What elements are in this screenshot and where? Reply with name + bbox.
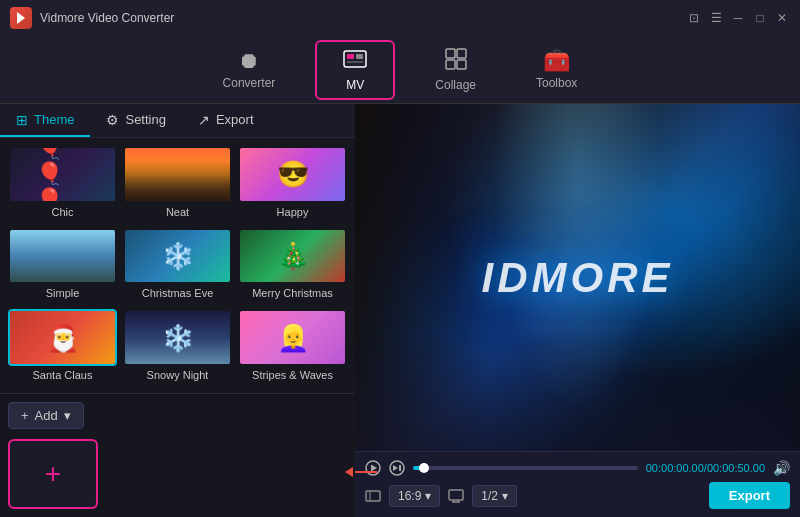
theme-christmas-eve[interactable]: Christmas Eve [123, 228, 232, 304]
theme-merry-christmas[interactable]: Merry Christmas [238, 228, 347, 304]
theme-chic-label: Chic [51, 206, 73, 218]
theme-happy-thumb [240, 148, 345, 201]
aspect-ratio-icon [365, 489, 381, 503]
preview-area: IDMORE [355, 104, 800, 451]
window-controls: ⊡ ☰ ─ □ ✕ [686, 10, 790, 26]
svg-rect-3 [356, 54, 363, 59]
nav-converter[interactable]: ⏺ Converter [203, 44, 296, 96]
toolbox-icon: 🧰 [543, 50, 570, 72]
close-button[interactable]: ✕ [774, 10, 790, 26]
cave-bottom [355, 330, 800, 451]
sub-tabs: ⊞ Theme ⚙ Setting ↗ Export [0, 104, 355, 138]
tab-theme-label: Theme [34, 112, 74, 127]
preview-watermark-text: IDMORE [482, 254, 674, 302]
theme-happy-label: Happy [277, 206, 309, 218]
nav-collage[interactable]: Collage [415, 42, 496, 98]
tab-theme[interactable]: ⊞ Theme [0, 104, 90, 137]
left-panel: ⊞ Theme ⚙ Setting ↗ Export Chic [0, 104, 355, 517]
theme-snowy-label: Snowy Night [147, 369, 209, 381]
page-selector[interactable]: 1/2 ▾ [472, 485, 517, 507]
main-content: ⊞ Theme ⚙ Setting ↗ Export Chic [0, 104, 800, 517]
theme-christmas-eve-thumb [125, 230, 230, 283]
theme-stripes-thumb [240, 311, 345, 364]
svg-rect-7 [446, 60, 455, 69]
add-media-placeholder[interactable]: + [8, 439, 98, 509]
nav-bar: ⏺ Converter MV Collage 🧰 Toolbox [0, 36, 800, 104]
theme-snowy-thumb [125, 311, 230, 364]
collage-icon [445, 48, 467, 74]
tab-setting[interactable]: ⚙ Setting [90, 104, 181, 137]
app-title: Vidmore Video Converter [40, 11, 174, 25]
theme-chic-thumb [10, 148, 115, 201]
progress-bar[interactable] [413, 466, 638, 470]
arrow-line [355, 471, 377, 473]
theme-chic[interactable]: Chic [8, 146, 117, 222]
app-logo [10, 7, 32, 29]
theme-neat[interactable]: Neat [123, 146, 232, 222]
tab-export-label: Export [216, 112, 254, 127]
setting-tab-icon: ⚙ [106, 112, 119, 128]
theme-merry-christmas-thumb [240, 230, 345, 283]
svg-marker-12 [393, 465, 398, 471]
theme-snowy-night[interactable]: Snowy Night [123, 309, 232, 385]
monitor-icon [448, 489, 464, 503]
add-media-area: + Add ▾ + [8, 402, 347, 509]
nav-converter-label: Converter [223, 76, 276, 90]
arrow-head [345, 467, 353, 477]
theme-santa-label: Santa Claus [33, 369, 93, 381]
theme-santa-claus[interactable]: Santa Claus [8, 309, 117, 385]
theme-simple-thumb [10, 230, 115, 283]
volume-button[interactable]: 🔊 [773, 460, 790, 476]
page-chevron-icon: ▾ [502, 489, 508, 503]
theme-happy[interactable]: Happy [238, 146, 347, 222]
svg-rect-13 [399, 465, 401, 471]
minimize-button[interactable]: ─ [730, 10, 746, 26]
ratio-value: 16:9 [398, 489, 421, 503]
converter-icon: ⏺ [238, 50, 260, 72]
nav-toolbox-label: Toolbox [536, 76, 577, 90]
add-chevron-icon: ▾ [64, 408, 71, 423]
svg-rect-6 [457, 49, 466, 58]
chat-icon[interactable]: ⊡ [686, 10, 702, 26]
svg-rect-16 [449, 490, 463, 500]
export-tab-icon: ↗ [198, 112, 210, 128]
nav-mv[interactable]: MV [315, 40, 395, 100]
maximize-button[interactable]: □ [752, 10, 768, 26]
add-label: Add [35, 408, 58, 423]
theme-stripes-waves[interactable]: Stripes & Waves [238, 309, 347, 385]
svg-marker-0 [17, 12, 25, 24]
mv-icon [343, 48, 367, 74]
add-plus-icon: + [21, 408, 29, 423]
nav-mv-label: MV [346, 78, 364, 92]
svg-rect-5 [446, 49, 455, 58]
controls-row2: 16:9 ▾ 1/2 ▾ [365, 482, 790, 509]
theme-stripes-label: Stripes & Waves [252, 369, 333, 381]
theme-simple[interactable]: Simple [8, 228, 117, 304]
skip-button[interactable] [389, 460, 405, 476]
add-media-plus-icon: + [45, 460, 61, 488]
nav-toolbox[interactable]: 🧰 Toolbox [516, 44, 597, 96]
theme-merry-christmas-label: Merry Christmas [252, 287, 333, 299]
add-button[interactable]: + Add ▾ [8, 402, 84, 429]
tab-export[interactable]: ↗ Export [182, 104, 270, 137]
arrow-indicator [345, 467, 377, 477]
svg-rect-1 [344, 51, 366, 67]
aspect-ratio-selector[interactable]: 16:9 ▾ [389, 485, 440, 507]
tab-setting-label: Setting [125, 112, 165, 127]
ratio-chevron-icon: ▾ [425, 489, 431, 503]
playback-row: 00:00:00.00/00:00:50.00 🔊 [365, 460, 790, 476]
theme-tab-icon: ⊞ [16, 112, 28, 128]
title-bar: Vidmore Video Converter ⊡ ☰ ─ □ ✕ [0, 0, 800, 36]
theme-neat-thumb [125, 148, 230, 201]
svg-rect-14 [366, 491, 380, 501]
title-bar-left: Vidmore Video Converter [10, 7, 174, 29]
theme-santa-thumb [10, 311, 115, 364]
right-panel: IDMORE [355, 104, 800, 517]
export-button[interactable]: Export [709, 482, 790, 509]
time-display: 00:00:00.00/00:00:50.00 [646, 462, 765, 474]
nav-collage-label: Collage [435, 78, 476, 92]
theme-neat-label: Neat [166, 206, 189, 218]
left-bottom: + Add ▾ + [0, 393, 355, 517]
page-value: 1/2 [481, 489, 498, 503]
menu-icon[interactable]: ☰ [708, 10, 724, 26]
